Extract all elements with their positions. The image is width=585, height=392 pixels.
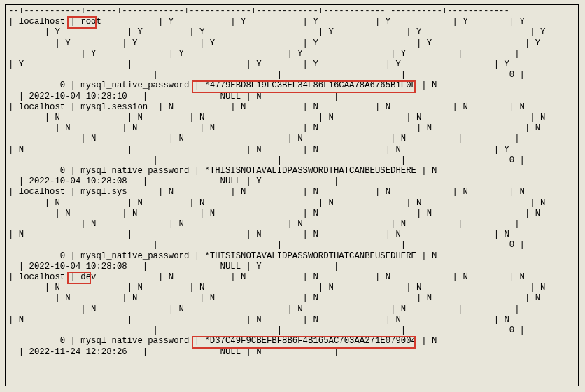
terminal-frame: --+-----------+------+------------+-----… [5,4,579,386]
terminal-output: --+-----------+------+------------+-----… [8,6,579,358]
